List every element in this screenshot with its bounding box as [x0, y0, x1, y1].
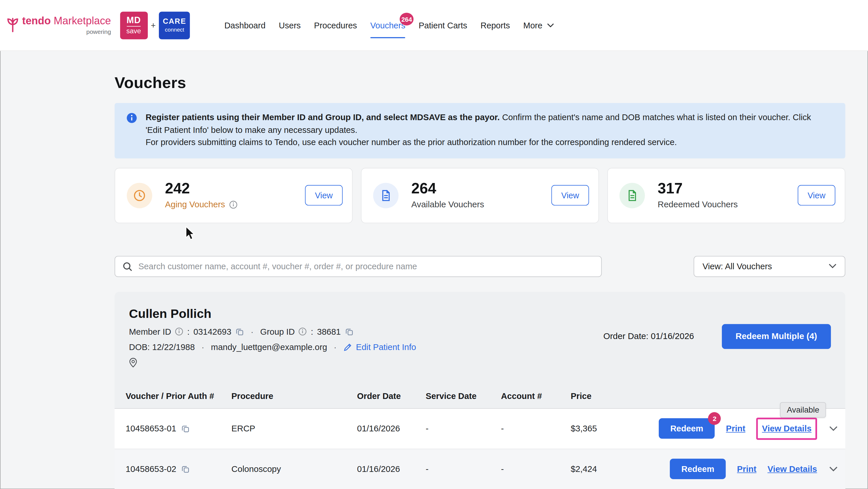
redeem-button-label: Redeem	[671, 424, 703, 433]
redeem-button-label: Redeem	[681, 464, 714, 473]
view-filter-dropdown[interactable]: View: All Vouchers	[693, 256, 845, 277]
separator-dot: ·	[202, 342, 204, 352]
app-window: tendo Marketplace powering MD save + CAR…	[0, 0, 868, 489]
redeem-count-badge: 2	[708, 412, 721, 425]
group-id-value: 38681	[317, 326, 341, 337]
main-nav: Dashboard Users Procedures Vouchers 264 …	[224, 0, 554, 50]
nav-procedures[interactable]: Procedures	[314, 0, 357, 50]
tendo-marketplace-logo[interactable]: tendo Marketplace powering	[7, 16, 111, 35]
redeem-button[interactable]: Redeem 2	[659, 419, 715, 439]
chevron-down-icon	[829, 466, 838, 471]
search-icon	[122, 261, 132, 271]
print-link[interactable]: Print	[737, 464, 756, 473]
mouse-cursor	[185, 226, 195, 241]
group-id-colon: :	[311, 326, 313, 337]
banner-line1: Register patients using their Member ID …	[146, 112, 829, 136]
patient-voucher-card: Cullen Pollich Member ID : 03142693 · Gr…	[115, 292, 845, 489]
chevron-down-icon	[547, 23, 554, 27]
account-cell: -	[501, 464, 571, 473]
pencil-icon	[343, 343, 352, 351]
chevron-down-icon	[829, 426, 838, 431]
edit-patient-info-link[interactable]: Edit Patient Info	[343, 342, 416, 352]
redeemed-label-text: Redeemed Vouchers	[658, 200, 738, 209]
vouchers-table: Voucher / Prior Auth # Procedure Order D…	[115, 384, 845, 489]
clock-icon	[127, 182, 152, 208]
order-date-cell: 01/16/2026	[357, 424, 426, 433]
info-circle-icon[interactable]	[299, 327, 307, 336]
view-details-link[interactable]: View Details	[762, 424, 812, 433]
aging-count: 242	[165, 181, 237, 196]
nav-dashboard[interactable]: Dashboard	[224, 0, 265, 50]
patient-name: Cullen Pollich	[129, 307, 831, 321]
row-actions: Redeem 2 Print View Details	[653, 418, 839, 440]
row-actions: Redeem Print View Details	[653, 459, 839, 479]
voucher-number: 10458653-02	[126, 464, 176, 473]
table-header-row: Voucher / Prior Auth # Procedure Order D…	[115, 384, 845, 408]
procedure-cell: ERCP	[231, 424, 357, 433]
info-banner: Register patients using their Member ID …	[115, 103, 845, 158]
page-content: Vouchers Register patients using their M…	[115, 51, 845, 489]
patient-dob: DOB: 12/22/1988	[129, 342, 195, 352]
voucher-number-cell: 10458653-01	[126, 424, 231, 433]
nav-reports[interactable]: Reports	[480, 0, 510, 50]
service-date-cell: -	[426, 464, 501, 473]
search-box[interactable]	[115, 256, 602, 277]
nav-users[interactable]: Users	[279, 0, 301, 50]
info-circle-icon[interactable]	[229, 200, 237, 209]
copy-icon[interactable]	[181, 424, 190, 433]
brand-marketplace: Marketplace	[54, 15, 111, 27]
th-order-date: Order Date	[357, 391, 426, 401]
nav-more[interactable]: More	[523, 0, 554, 50]
nav-vouchers[interactable]: Vouchers 264	[370, 0, 405, 50]
aging-view-button[interactable]: View	[305, 185, 343, 206]
banner-line2: For providers submitting claims to Tendo…	[146, 136, 829, 149]
copy-icon[interactable]	[235, 327, 244, 336]
stat-text: 264 Available Vouchers	[411, 181, 484, 210]
chevron-down-icon	[829, 264, 836, 269]
info-circle-icon[interactable]	[175, 327, 183, 336]
brand-tendo: tendo	[22, 15, 51, 27]
row-expand-chevron[interactable]	[828, 425, 838, 433]
mdsave-logo-top: MD	[126, 16, 141, 26]
view-details-highlight-box: View Details	[756, 418, 817, 440]
mdsave-logo-bottom: save	[126, 28, 141, 34]
voucher-row: Available 10458653-01 ERCP 01/16/2026 - …	[115, 408, 845, 449]
redeemed-view-button[interactable]: View	[798, 185, 835, 206]
member-id-label: Member ID	[129, 326, 171, 337]
redeem-multiple-button[interactable]: Redeem Multiple (4)	[722, 324, 831, 349]
status-chip: Available	[780, 402, 826, 418]
voucher-number: 10458653-01	[126, 424, 176, 433]
voucher-number-cell: 10458653-02	[126, 464, 231, 473]
th-price: Price	[571, 391, 653, 401]
tendo-logo-icon	[7, 18, 19, 33]
available-label: Available Vouchers	[411, 200, 484, 209]
service-date-cell: -	[426, 424, 501, 433]
view-filter-value: View: All Vouchers	[703, 261, 772, 271]
redeemed-label: Redeemed Vouchers	[658, 200, 738, 209]
copy-icon[interactable]	[181, 464, 190, 473]
group-id-label: Group ID	[260, 326, 294, 337]
patient-email: mandy_luettgen@example.org	[211, 342, 327, 352]
careconnect-logo-top: CARE	[163, 18, 186, 26]
th-service-date: Service Date	[426, 391, 501, 401]
print-link[interactable]: Print	[726, 424, 745, 433]
top-navigation-bar: tendo Marketplace powering MD save + CAR…	[0, 0, 868, 51]
edit-patient-info-label: Edit Patient Info	[356, 342, 416, 352]
order-date-cell: 01/16/2026	[357, 464, 426, 473]
redeem-button[interactable]: Redeem	[670, 459, 726, 479]
info-icon	[126, 112, 137, 123]
plus-sign: +	[151, 21, 156, 30]
row-expand-chevron[interactable]	[828, 465, 838, 473]
available-view-button[interactable]: View	[552, 185, 589, 206]
price-cell: $3,365	[571, 424, 653, 433]
copy-icon[interactable]	[345, 327, 353, 336]
search-input[interactable]	[138, 261, 594, 271]
banner-line1-bold: Register patients using their Member ID …	[146, 112, 500, 122]
mdsave-logo: MD save	[120, 11, 148, 39]
nav-patient-carts[interactable]: Patient Carts	[418, 0, 467, 50]
patient-address-line	[129, 357, 831, 370]
th-account: Account #	[501, 391, 571, 401]
separator-dot: ·	[334, 342, 337, 352]
page-title: Vouchers	[115, 74, 845, 92]
view-details-link[interactable]: View Details	[768, 464, 817, 473]
